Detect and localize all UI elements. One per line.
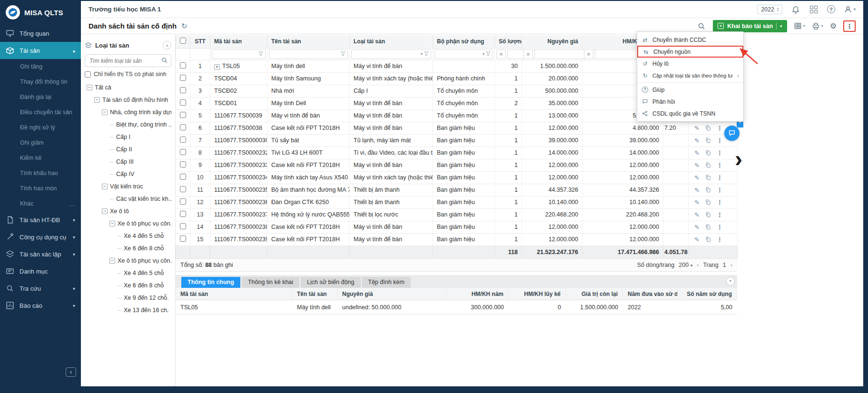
row-checkbox[interactable] <box>180 124 186 130</box>
table-row[interactable]: 15 1110677.TS0000239 Case kết nối FPT T2… <box>176 233 738 246</box>
menu-item-csdl-quoc-gia[interactable]: CSDL quốc gia về TSNN <box>637 108 743 119</box>
copy-icon[interactable] <box>705 162 711 168</box>
table-row[interactable]: 14 1110677.TS0000238 Case kết nối FPT T2… <box>176 221 738 233</box>
tree-node[interactable]: − Xe ô tô phục vụ côn... <box>85 217 171 230</box>
edit-icon[interactable]: ✎ <box>694 174 700 181</box>
column-settings-button[interactable]: ▾ <box>794 22 805 30</box>
row-checkbox[interactable] <box>180 198 186 205</box>
sidebar-item-tai-san-ht-db[interactable]: Tài sản HT-ĐB ▾ <box>0 211 81 228</box>
sidebar-item-tai-san[interactable]: Tài sản ▴ <box>0 42 81 59</box>
sidebar-item-danh-muc[interactable]: Danh mục <box>0 263 81 280</box>
search-icon[interactable] <box>697 21 706 31</box>
col-bo-phan[interactable]: Bộ phận sử dụng <box>433 35 495 48</box>
tree-node[interactable]: − Tất cả <box>85 81 171 94</box>
equals-operator[interactable]: = <box>496 49 506 59</box>
tab-thong-tin-ke-khai[interactable]: Thông tin kê khai <box>242 277 299 288</box>
tree-node[interactable]: Cấp II <box>85 143 171 156</box>
copy-icon[interactable] <box>705 150 711 156</box>
copy-icon[interactable] <box>705 224 711 230</box>
support-chat-button[interactable] <box>724 126 740 141</box>
sidebar-item-tong-quan[interactable]: Tổng quan <box>0 25 81 42</box>
menu-item-chuyen-thanh-ccdc[interactable]: ⇄ Chuyển thành CCDC <box>637 34 743 46</box>
copy-icon[interactable] <box>705 212 711 217</box>
row-checkbox[interactable] <box>180 174 186 180</box>
tree-node[interactable]: Các vật kiến trúc kh... <box>85 193 171 205</box>
sidebar-item-tra-cuu[interactable]: Tra cứu ▾ <box>0 280 81 297</box>
filter-nguyengia-input[interactable] <box>537 51 604 57</box>
tree-node[interactable]: Biệt thự, công trình ... <box>85 118 171 131</box>
next-arrow-icon[interactable]: › <box>735 147 742 170</box>
expand-toggle-icon[interactable]: + <box>214 64 220 70</box>
tree-node[interactable]: Xe 6 đến 8 chỗ <box>85 242 171 255</box>
app-logo[interactable]: MISA QLTS <box>0 0 81 25</box>
col-ten-tai-san[interactable]: Tên tài sản <box>267 35 350 48</box>
copy-icon[interactable] <box>705 199 711 205</box>
detail-collapse-button[interactable]: ▾ <box>726 277 735 285</box>
equals-operator[interactable]: = <box>523 49 533 59</box>
rows-per-page-select[interactable]: 200 ▾ <box>679 262 692 268</box>
tree-node[interactable]: Xe 6 đến 8 chỗ <box>85 279 171 292</box>
table-row[interactable]: 8 1110677.TS0000232 Tivi LG 43 LH 600T T… <box>176 147 738 159</box>
edit-icon[interactable]: ✎ <box>694 187 700 194</box>
edit-icon[interactable]: ✎ <box>694 162 700 169</box>
user-menu[interactable]: ▾ <box>844 5 856 14</box>
next-page-button[interactable]: › <box>730 261 732 268</box>
row-checkbox[interactable] <box>180 99 186 106</box>
row-checkbox[interactable] <box>180 149 186 155</box>
equals-operator[interactable]: = <box>584 49 593 59</box>
notification-bell-icon[interactable] <box>791 5 800 14</box>
row-more-icon[interactable]: ⋮ <box>717 125 723 132</box>
edit-icon[interactable]: ✎ <box>694 137 700 144</box>
row-more-icon[interactable]: ⋮ <box>717 162 723 169</box>
tree-node[interactable]: Xe 9 đến 12 chỗ. <box>85 292 171 304</box>
sidebar-item-kiem-ke[interactable]: Kiểm kê <box>0 150 81 166</box>
page-number[interactable]: 1 <box>723 262 726 268</box>
sidebar-item-ghi-giam[interactable]: Ghi giảm <box>0 135 81 150</box>
sidebar-item-tinh-hao-mon[interactable]: Tính hao mòn <box>0 181 81 196</box>
print-button[interactable]: ▾ <box>812 22 823 30</box>
year-spinner-icon[interactable]: ▴ ▾ <box>777 7 779 12</box>
row-checkbox[interactable] <box>180 161 186 167</box>
more-dots-icon[interactable]: … <box>69 200 75 207</box>
tree-toggle-icon[interactable]: − <box>87 85 92 90</box>
sidebar-item-tai-san-xac-lap[interactable]: Tài sản xác lập ▾ <box>0 246 81 263</box>
chevron-down-icon[interactable]: ▾ <box>483 52 484 56</box>
tree-node[interactable]: − Vật kiến trúc <box>85 180 171 193</box>
gear-icon[interactable]: ⚙ <box>830 21 837 30</box>
funnel-icon[interactable] <box>486 51 491 58</box>
menu-item-cap-nhat-loai-tai-san[interactable]: ↻ Cập nhật loại tài sản theo thông tư › <box>637 69 743 81</box>
tree-toggle-icon[interactable]: − <box>109 258 115 264</box>
funnel-icon[interactable] <box>341 51 345 58</box>
funnel-icon[interactable] <box>424 51 429 58</box>
tree-node[interactable]: − Xe ô tô <box>85 205 171 217</box>
menu-item-chuyen-nguon-highlighted[interactable]: ⇆ Chuyển nguồn <box>637 46 743 58</box>
row-more-icon[interactable]: ⋮ <box>717 211 723 218</box>
row-more-icon[interactable]: ⋮ <box>717 137 723 144</box>
menu-item-huy-lo[interactable]: ↺ Hủy lô <box>637 58 743 69</box>
menu-item-phan-hoi[interactable]: Phản hồi <box>637 96 743 108</box>
edit-icon[interactable]: ✎ <box>694 149 700 157</box>
chevron-down-icon[interactable]: ▾ <box>421 52 423 56</box>
edit-icon[interactable]: ✎ <box>694 224 700 231</box>
row-checkbox[interactable] <box>180 112 186 118</box>
menu-item-giup[interactable]: ? Giúp <box>637 84 743 96</box>
tree-node[interactable]: − Xe ô tô phục vụ côn... <box>85 255 171 267</box>
refresh-icon[interactable]: ↻ <box>181 22 187 30</box>
row-checkbox[interactable] <box>180 223 186 229</box>
show-only-active-checkbox[interactable] <box>85 71 91 78</box>
sidebar-item-khac[interactable]: Khác … <box>0 196 81 211</box>
copy-icon[interactable] <box>705 138 711 143</box>
app-grid-icon[interactable] <box>809 5 819 14</box>
sidebar-item-bao-cao[interactable]: Báo cáo ▾ <box>0 297 81 314</box>
copy-icon[interactable] <box>705 125 711 131</box>
sidebar-item-dieu-chuyen-tai-san[interactable]: Điều chuyển tài sản <box>0 105 81 120</box>
edit-icon[interactable]: ✎ <box>694 211 700 218</box>
prev-page-button[interactable]: ‹ <box>697 261 699 268</box>
sidebar-item-de-nghi-xu-ly[interactable]: Đề nghị xử lý <box>0 120 81 135</box>
copy-icon[interactable] <box>705 175 711 180</box>
year-selector[interactable]: 2022 ▴ ▾ <box>757 5 782 14</box>
edit-icon[interactable]: ✎ <box>694 199 700 206</box>
edit-icon[interactable]: ✎ <box>694 236 700 243</box>
row-more-icon[interactable]: ⋮ <box>717 174 723 181</box>
tree-node[interactable]: Xe 4 đến 5 chỗ <box>85 230 171 242</box>
